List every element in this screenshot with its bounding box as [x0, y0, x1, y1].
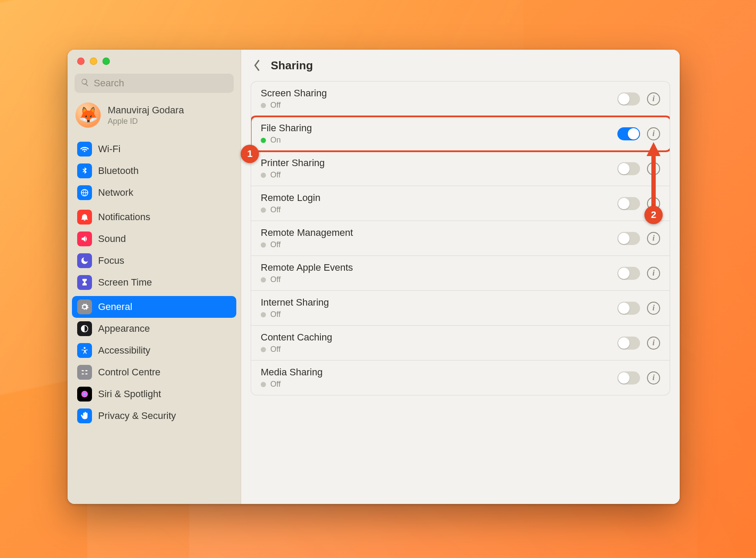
svg-rect-3	[85, 370, 88, 371]
svg-rect-2	[82, 370, 84, 371]
toggle-remote-login[interactable]	[617, 197, 640, 210]
status-dot	[261, 138, 266, 143]
sidebar-nav: Wi-FiBluetoothNetworkNotificationsSoundF…	[68, 136, 241, 427]
sidebar-item-screen-time[interactable]: Screen Time	[72, 272, 236, 293]
row-title: Remote Apple Events	[261, 262, 617, 273]
status-dot	[261, 103, 266, 108]
sidebar-item-label: Screen Time	[98, 277, 152, 288]
close-window-button[interactable]	[77, 58, 85, 65]
status-text: Off	[270, 380, 281, 389]
sidebar-item-label: Focus	[98, 255, 124, 266]
toggle-remote-management[interactable]	[617, 232, 640, 245]
status-dot	[261, 173, 266, 178]
status-dot	[261, 347, 266, 352]
hourglass-icon	[77, 275, 92, 290]
svg-rect-5	[85, 374, 88, 375]
annotation-arrow	[646, 142, 661, 212]
status-text: Off	[270, 101, 281, 110]
minimize-window-button[interactable]	[90, 58, 97, 65]
toggle-file-sharing[interactable]	[617, 127, 640, 140]
svg-point-1	[84, 347, 85, 349]
row-title: Content Caching	[261, 332, 617, 343]
row-title: Remote Login	[261, 192, 617, 204]
sharing-row-media-sharing: Media SharingOffi	[251, 360, 670, 395]
sidebar-item-label: Siri & Spotlight	[98, 388, 161, 400]
info-button-internet-sharing[interactable]: i	[647, 302, 660, 315]
annotation-badge-2: 2	[644, 206, 663, 224]
account-name: Manuviraj Godara	[108, 105, 184, 116]
back-button[interactable]	[251, 59, 264, 72]
sidebar-item-label: Appearance	[98, 323, 150, 334]
avatar: 🦊	[75, 102, 101, 128]
sidebar-item-privacy-security[interactable]: Privacy & Security	[72, 405, 236, 427]
siri-icon	[77, 387, 92, 401]
bell-icon	[77, 210, 92, 225]
search-field[interactable]	[75, 74, 234, 93]
page-title: Sharing	[271, 59, 313, 72]
sidebar-item-sound[interactable]: Sound	[72, 228, 236, 250]
sidebar-item-label: General	[98, 301, 132, 313]
content-titlebar: Sharing	[241, 50, 680, 81]
sharing-row-content-caching: Content CachingOffi	[251, 325, 670, 360]
info-button-media-sharing[interactable]: i	[647, 371, 660, 384]
sidebar-item-network[interactable]: Network	[72, 182, 236, 204]
globe-icon	[77, 185, 92, 200]
sidebar-item-label: Notifications	[98, 211, 150, 223]
status-text: Off	[270, 310, 281, 319]
sharing-row-remote-management: Remote ManagementOffi	[251, 221, 670, 255]
info-button-screen-sharing[interactable]: i	[647, 92, 660, 105]
sidebar-item-label: Accessibility	[98, 345, 150, 356]
wifi-icon	[77, 142, 92, 157]
appearance-icon	[77, 321, 92, 336]
status-dot	[261, 242, 266, 248]
hand-icon	[77, 408, 92, 423]
gear-icon	[77, 299, 92, 314]
status-dot	[261, 382, 266, 387]
sidebar-item-wi-fi[interactable]: Wi-Fi	[72, 138, 236, 160]
sidebar-item-appearance[interactable]: Appearance	[72, 318, 236, 340]
sidebar-item-accessibility[interactable]: Accessibility	[72, 340, 236, 361]
svg-point-6	[82, 391, 88, 398]
sidebar: 🦊 Manuviraj Godara Apple ID Wi-FiBluetoo…	[68, 50, 241, 504]
sharing-row-screen-sharing: Screen SharingOffi	[251, 82, 670, 116]
sidebar-item-notifications[interactable]: Notifications	[72, 206, 236, 228]
control-icon	[77, 365, 92, 380]
toggle-remote-apple-events[interactable]	[617, 267, 640, 280]
toggle-content-caching[interactable]	[617, 337, 640, 350]
speaker-icon	[77, 231, 92, 246]
status-text: Off	[270, 205, 281, 214]
zoom-window-button[interactable]	[102, 58, 110, 65]
apple-id-account[interactable]: 🦊 Manuviraj Godara Apple ID	[68, 99, 241, 136]
status-dot	[261, 277, 266, 282]
toggle-screen-sharing[interactable]	[617, 92, 640, 105]
status-text: Off	[270, 240, 281, 249]
sharing-row-internet-sharing: Internet SharingOffi	[251, 290, 670, 325]
sidebar-item-focus[interactable]: Focus	[72, 250, 236, 272]
sidebar-item-bluetooth[interactable]: Bluetooth	[72, 160, 236, 182]
sharing-row-remote-login: Remote LoginOffi	[251, 186, 670, 221]
sidebar-item-control-centre[interactable]: Control Centre	[72, 361, 236, 383]
sharing-panel: Screen SharingOffiFile SharingOniPrinter…	[251, 81, 670, 395]
row-title: Screen Sharing	[261, 88, 617, 99]
info-button-remote-management[interactable]: i	[647, 232, 660, 245]
moon-icon	[77, 253, 92, 268]
sidebar-item-label: Network	[98, 187, 133, 198]
accessibility-icon	[77, 343, 92, 358]
annotation-badge-1: 1	[241, 145, 259, 163]
info-button-remote-apple-events[interactable]: i	[647, 267, 660, 280]
toggle-media-sharing[interactable]	[617, 371, 640, 384]
row-title: File Sharing	[261, 122, 617, 134]
info-button-file-sharing[interactable]: i	[647, 127, 660, 140]
row-title: Printer Sharing	[261, 157, 617, 169]
sidebar-item-label: Bluetooth	[98, 165, 139, 177]
search-input[interactable]	[94, 78, 228, 89]
sidebar-item-general[interactable]: General	[72, 296, 236, 318]
toggle-printer-sharing[interactable]	[617, 162, 640, 175]
status-text: Off	[270, 345, 281, 354]
sidebar-item-siri-spotlight[interactable]: Siri & Spotlight	[72, 383, 236, 405]
status-text: On	[270, 136, 281, 145]
toggle-internet-sharing[interactable]	[617, 302, 640, 315]
window-controls	[68, 50, 241, 69]
system-settings-window: 🦊 Manuviraj Godara Apple ID Wi-FiBluetoo…	[68, 50, 680, 504]
info-button-content-caching[interactable]: i	[647, 337, 660, 350]
